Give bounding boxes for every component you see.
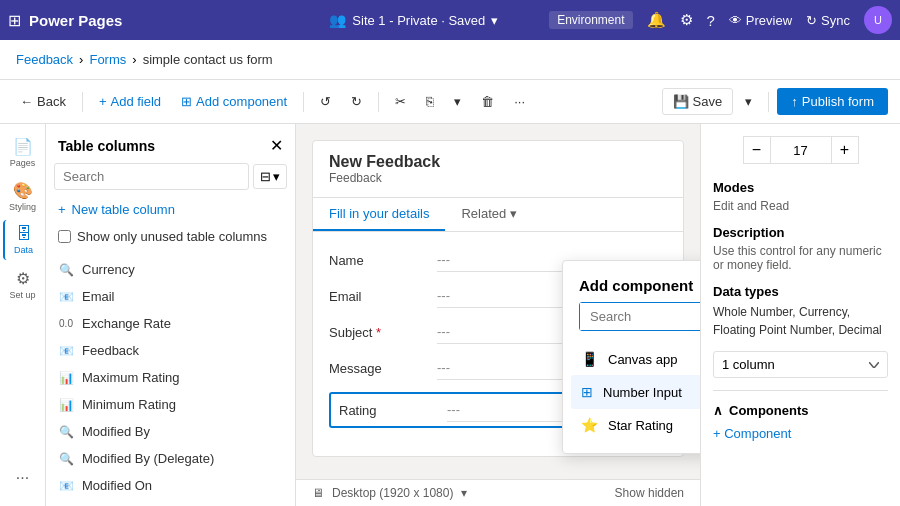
component-search-input[interactable] xyxy=(580,303,700,330)
column-select[interactable]: 1 column 2 columns 3 columns xyxy=(713,351,888,378)
show-unused-check[interactable] xyxy=(58,230,71,243)
app-name: Power Pages xyxy=(29,12,122,29)
back-icon: ← xyxy=(20,94,33,109)
feedback-icon: 📧 xyxy=(58,344,74,358)
breadcrumb-feedback[interactable]: Feedback xyxy=(16,52,73,67)
search-input[interactable] xyxy=(54,163,249,190)
list-item[interactable]: 0.0 Normalized Rating xyxy=(46,499,295,506)
sidebar-item-styling[interactable]: 🎨 Styling xyxy=(3,176,43,216)
components-section: ∧ Components + Component xyxy=(713,390,888,441)
number-input-item[interactable]: ⊞ Number Input Number Input xyxy=(571,375,700,409)
breadcrumb: Feedback › Forms › simple contact us for… xyxy=(0,40,900,80)
filter-button[interactable]: ⊟ ▾ xyxy=(253,164,287,189)
star-icon: ⭐ xyxy=(581,417,598,433)
modified-by-delegate-icon: 🔍 xyxy=(58,452,74,466)
email-icon: 📧 xyxy=(58,290,74,304)
sync-button[interactable]: ↻ Sync xyxy=(806,13,850,28)
breadcrumb-sep2: › xyxy=(132,52,136,67)
stepper-minus-button[interactable]: − xyxy=(743,136,771,164)
list-item[interactable]: 🔍 Modified By (Delegate) xyxy=(46,445,295,472)
more-actions-button[interactable]: ▾ xyxy=(446,90,469,113)
canvas-app-item[interactable]: 📱 Canvas app xyxy=(571,343,700,375)
list-item[interactable]: 📊 Minimum Rating xyxy=(46,391,295,418)
new-table-column-button[interactable]: + New table column xyxy=(46,198,295,225)
publish-button[interactable]: ↑ Publish form xyxy=(777,88,888,115)
number-input-icon: ⊞ xyxy=(581,384,593,400)
help-icon[interactable]: ? xyxy=(707,12,715,29)
app-grid-icon[interactable]: ⊞ xyxy=(8,11,21,30)
tab-fill-details[interactable]: Fill in your details xyxy=(313,198,445,231)
modes-value: Edit and Read xyxy=(713,199,888,213)
desktop-label[interactable]: Desktop (1920 x 1080) xyxy=(332,486,453,500)
publish-icon: ↑ xyxy=(791,94,798,109)
right-panel: − 17 + Modes Edit and Read Description U… xyxy=(700,124,900,506)
show-hidden-button[interactable]: Show hidden xyxy=(615,486,684,500)
columns-header: Table columns ✕ xyxy=(46,124,295,163)
more-icon: ··· xyxy=(16,469,29,487)
desktop-dropdown[interactable]: ▾ xyxy=(461,486,467,500)
redo-button[interactable]: ↻ xyxy=(343,90,370,113)
collapse-icon[interactable]: ∧ xyxy=(713,403,723,418)
avatar[interactable]: U xyxy=(864,6,892,34)
columns-title: Table columns xyxy=(58,138,155,154)
save-dropdown-button[interactable]: ▾ xyxy=(737,90,760,113)
sidebar-item-setup[interactable]: ⚙ Set up xyxy=(3,264,43,304)
max-rating-icon: 📊 xyxy=(58,371,74,385)
lookup-icon: 🔍 xyxy=(58,263,74,277)
delete-button[interactable]: 🗑 xyxy=(473,90,502,113)
back-button[interactable]: ← Back xyxy=(12,90,74,113)
save-icon: 💾 xyxy=(673,94,689,109)
add-component-button[interactable]: ⊞ Add component xyxy=(173,90,295,113)
preview-button[interactable]: 👁 Preview xyxy=(729,13,792,28)
add-field-button[interactable]: + Add field xyxy=(91,90,169,113)
stepper-plus-button[interactable]: + xyxy=(831,136,859,164)
filter-dropdown-icon: ▾ xyxy=(273,169,280,184)
sidebar-icons: 📄 Pages 🎨 Styling 🗄 Data ⚙ Set up ··· xyxy=(0,124,46,506)
divider4 xyxy=(768,92,769,112)
notification-icon[interactable]: 🔔 xyxy=(647,11,666,29)
columns-list: 🔍 Currency 📧 Email 0.0 Exchange Rate 📧 F… xyxy=(46,252,295,506)
data-icon: 🗄 xyxy=(16,225,32,243)
close-columns-button[interactable]: ✕ xyxy=(270,136,283,155)
form-title: New Feedback xyxy=(329,153,667,171)
plus-icon: + xyxy=(58,202,66,217)
add-component-right-button[interactable]: + Component xyxy=(713,426,791,441)
list-item[interactable]: 📧 Email xyxy=(46,283,295,310)
copy-button[interactable]: ⎘ xyxy=(418,90,442,113)
environment-label: Environment xyxy=(549,11,632,29)
breadcrumb-forms[interactable]: Forms xyxy=(89,52,126,67)
site-dropdown-icon[interactable]: ▾ xyxy=(491,13,498,28)
preview-icon: 👁 xyxy=(729,13,742,28)
stepper-value: 17 xyxy=(771,136,831,164)
site-info: Site 1 - Private · Saved xyxy=(352,13,485,28)
list-item[interactable]: 🔍 Modified By xyxy=(46,418,295,445)
sidebar-item-more[interactable]: ··· xyxy=(3,458,43,498)
tab-related[interactable]: Related ▾ xyxy=(445,198,532,231)
data-types-title: Data types xyxy=(713,284,888,299)
star-rating-item[interactable]: ⭐ Star Rating xyxy=(571,409,700,441)
list-item[interactable]: 🔍 Currency xyxy=(46,256,295,283)
list-item[interactable]: 📧 Modified On xyxy=(46,472,295,499)
data-types-value: Whole Number, Currency, Floating Point N… xyxy=(713,303,888,339)
ellipsis-button[interactable]: ··· xyxy=(506,90,533,113)
form-subtitle: Feedback xyxy=(329,171,667,185)
sidebar-item-data[interactable]: 🗄 Data xyxy=(3,220,43,260)
setup-icon: ⚙ xyxy=(16,269,30,288)
people-icon: 👥 xyxy=(329,12,346,28)
overlay-search xyxy=(579,302,700,331)
list-item[interactable]: 📊 Maximum Rating xyxy=(46,364,295,391)
list-item[interactable]: 📧 Feedback xyxy=(46,337,295,364)
cut-button[interactable]: ✂ xyxy=(387,90,414,113)
sync-icon: ↻ xyxy=(806,13,817,28)
settings-icon[interactable]: ⚙ xyxy=(680,11,693,29)
desktop-icon: 🖥 xyxy=(312,486,324,500)
modified-on-icon: 📧 xyxy=(58,479,74,493)
decimal-icon: 0.0 xyxy=(58,318,74,329)
form-tabs: Fill in your details Related ▾ xyxy=(313,198,683,232)
undo-button[interactable]: ↺ xyxy=(312,90,339,113)
list-item[interactable]: 0.0 Exchange Rate xyxy=(46,310,295,337)
save-button[interactable]: 💾 Save xyxy=(662,88,734,115)
sidebar-item-pages[interactable]: 📄 Pages xyxy=(3,132,43,172)
divider3 xyxy=(378,92,379,112)
show-unused-checkbox[interactable]: Show only unused table columns xyxy=(46,225,295,252)
